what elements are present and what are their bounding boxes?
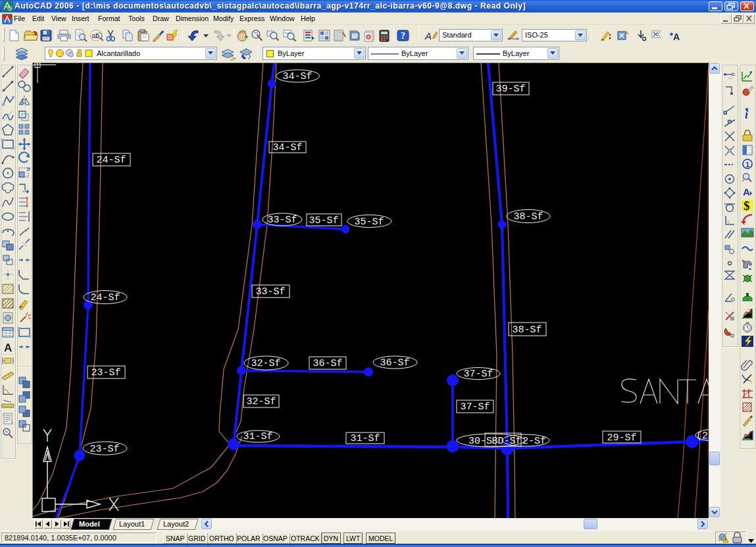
svg-text:24-Sf: 24-Sf	[96, 155, 126, 166]
svg-text:BD-Sf: BD-Sf	[491, 436, 521, 447]
svg-text:24-Sf: 24-Sf	[90, 292, 120, 303]
svg-text:35-Sf: 35-Sf	[309, 215, 338, 226]
svg-text:31-Sf: 31-Sf	[243, 431, 272, 442]
svg-text:39-Sf: 39-Sf	[495, 84, 525, 95]
svg-text:38-Sf: 38-Sf	[513, 211, 543, 222]
svg-text:34-Sf: 34-Sf	[272, 142, 302, 153]
svg-text:A: A	[4, 342, 12, 354]
svg-text:1: 1	[745, 161, 749, 169]
svg-text:37-Sf: 37-Sf	[463, 369, 493, 380]
svg-text:A: A	[424, 30, 432, 41]
svg-text:$: $	[743, 199, 750, 213]
svg-text:A: A	[743, 186, 750, 197]
svg-text:23-Sf: 23-Sf	[89, 444, 119, 455]
svg-text:2-Sf: 2-Sf	[522, 436, 546, 447]
svg-text:33-Sf: 33-Sf	[267, 215, 297, 226]
svg-text:?: ?	[401, 31, 405, 41]
svg-text:36-Sf: 36-Sf	[380, 357, 409, 369]
svg-text:30-S: 30-S	[468, 436, 492, 447]
svg-text:A: A	[673, 32, 680, 42]
svg-text:35-Sf: 35-Sf	[354, 217, 384, 228]
svg-text:37-Sf: 37-Sf	[460, 402, 490, 413]
svg-text:32-Sf: 32-Sf	[246, 396, 276, 407]
svg-text:34-Sf: 34-Sf	[282, 71, 312, 82]
svg-text:31-Sf: 31-Sf	[350, 433, 380, 444]
svg-text:23-Sf: 23-Sf	[91, 367, 120, 378]
svg-text:36-Sf: 36-Sf	[313, 358, 342, 369]
svg-text:38-Sf: 38-Sf	[512, 325, 542, 336]
svg-text:33-Sf: 33-Sf	[255, 286, 285, 298]
svg-text:(2: (2	[696, 430, 708, 442]
svg-text:29-Sf: 29-Sf	[607, 432, 636, 444]
svg-text:32-Sf: 32-Sf	[251, 358, 280, 369]
